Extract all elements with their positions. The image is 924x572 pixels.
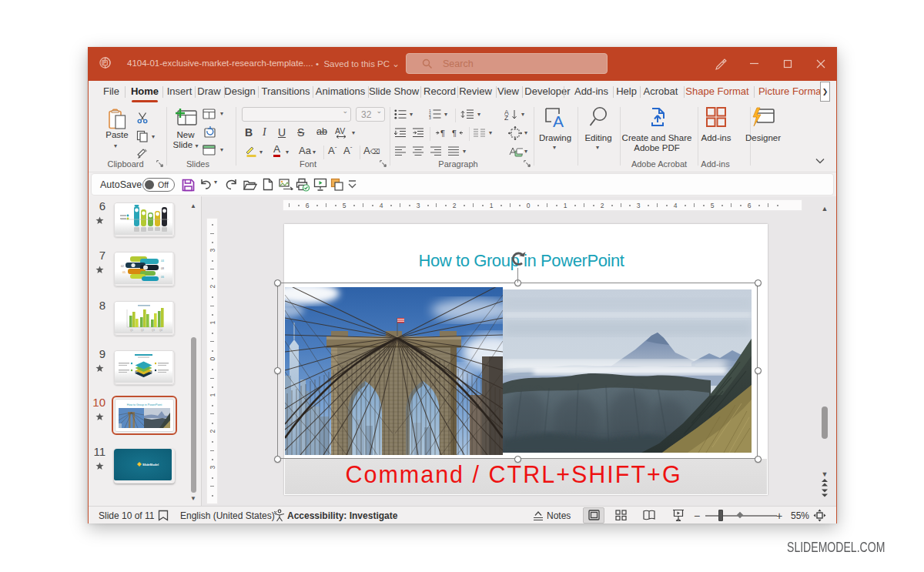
svg-text:AV: AV <box>335 127 345 135</box>
svg-text:Z: Z <box>504 114 508 121</box>
svg-text:Q3: Q3 <box>152 329 155 332</box>
svg-text:02: 02 <box>121 265 124 268</box>
svg-text:P: P <box>103 60 107 65</box>
svg-text:Q1: Q1 <box>130 329 133 332</box>
svg-text:¶: ¶ <box>440 129 445 138</box>
svg-text:Q2: Q2 <box>141 329 144 332</box>
svg-text:05: 05 <box>122 271 126 274</box>
svg-text:SlideModel: SlideModel <box>142 463 159 467</box>
svg-text:A: A <box>553 112 564 129</box>
svg-text:¶: ¶ <box>452 129 457 138</box>
svg-text:08: 08 <box>161 267 164 270</box>
svg-text:How to Group in PowerPoint: How to Group in PowerPoint <box>127 403 162 406</box>
svg-text:44: 44 <box>161 259 164 263</box>
svg-text:06: 06 <box>161 276 164 279</box>
svg-text:Q4: Q4 <box>159 329 162 332</box>
svg-text:3: 3 <box>429 115 431 119</box>
